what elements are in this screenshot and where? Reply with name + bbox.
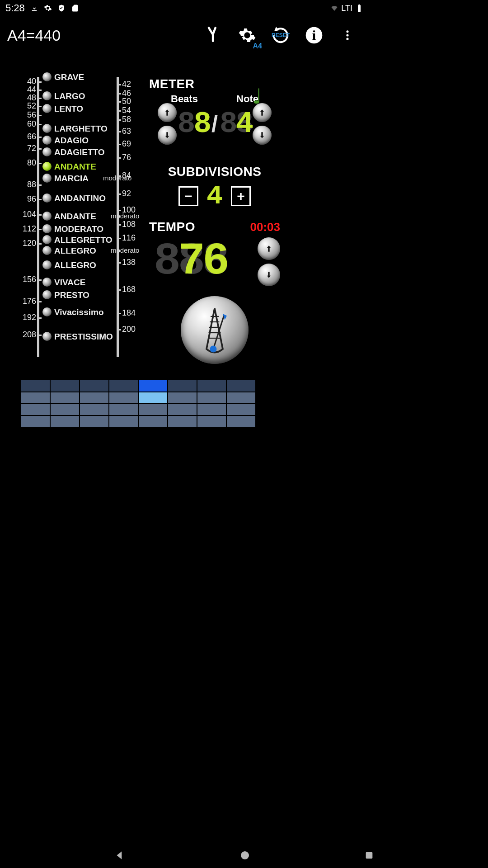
beat-cell[interactable] <box>21 392 50 403</box>
tempo-radio-icon <box>42 104 52 113</box>
tempo-marking[interactable]: LARGHETTO <box>42 124 108 133</box>
scale-right-tick: 138 <box>122 258 145 267</box>
subdivisions-minus-button[interactable]: − <box>178 186 198 206</box>
beat-cell[interactable] <box>168 392 197 403</box>
svg-point-4 <box>346 38 348 40</box>
beat-cell[interactable] <box>21 416 50 427</box>
tempo-radio-icon <box>42 235 52 244</box>
tempo-radio-icon <box>42 278 52 287</box>
beat-cell[interactable] <box>168 416 197 427</box>
beat-cell[interactable] <box>197 416 226 427</box>
beat-cell[interactable] <box>80 380 108 392</box>
tempo-marking-sublabel: moderato <box>103 174 131 182</box>
beats-up-button[interactable] <box>158 103 177 122</box>
subdivisions-plus-button[interactable]: + <box>231 186 251 206</box>
tempo-marking-label: Vivacissimo <box>54 308 104 316</box>
beat-cell[interactable] <box>197 380 226 392</box>
tempo-marking-label: LARGO <box>54 92 85 100</box>
beat-cell[interactable] <box>51 416 79 427</box>
tempo-scale[interactable]: 4044485256606672808896104112120156176192… <box>5 77 145 362</box>
beat-cell[interactable] <box>21 380 50 392</box>
tempo-marking-label: ALLEGRO <box>54 261 96 269</box>
tempo-marking-label: ADAGIETTO <box>54 148 105 156</box>
tempo-up-button[interactable] <box>258 237 280 260</box>
sd-card-icon <box>71 4 79 12</box>
beat-cell[interactable] <box>21 404 50 415</box>
tempo-marking-label: PRESTISSIMO <box>54 332 113 341</box>
beat-cell[interactable] <box>139 416 167 427</box>
shield-icon <box>57 4 66 12</box>
note-down-button[interactable] <box>253 126 272 145</box>
scale-left-tick: 80 <box>14 158 36 168</box>
tempo-marking[interactable]: PRESTO <box>42 290 89 299</box>
beat-cell[interactable] <box>109 380 138 392</box>
svg-point-11 <box>210 346 217 353</box>
reset-button[interactable]: RESET <box>267 21 295 49</box>
beat-cell[interactable] <box>197 404 226 415</box>
metronome-dial[interactable] <box>181 296 249 364</box>
tempo-marking[interactable]: Vivacissimo <box>42 307 104 316</box>
tempo-marking-label: LENTO <box>54 104 83 113</box>
tempo-marking[interactable]: MARCIAmoderato <box>42 174 131 183</box>
scale-right-tick: 50 <box>122 97 145 106</box>
overflow-menu-button[interactable] <box>333 21 361 49</box>
beat-cell[interactable] <box>227 380 255 392</box>
tuning-fork-button[interactable] <box>200 21 228 49</box>
beat-cell[interactable] <box>109 416 138 427</box>
tempo-marking[interactable]: MODERATO <box>42 224 103 233</box>
beat-cell[interactable] <box>168 380 197 392</box>
tempo-down-button[interactable] <box>258 264 280 286</box>
tempo-marking[interactable]: GRAVE <box>42 72 84 81</box>
tempo-marking[interactable]: ADAGIO <box>42 136 89 145</box>
beat-cell[interactable] <box>51 404 79 415</box>
tempo-marking[interactable]: ALLEGRETTO <box>42 235 112 244</box>
beat-cell[interactable] <box>197 392 226 403</box>
beat-cell[interactable] <box>51 392 79 403</box>
info-button[interactable]: i <box>300 21 328 49</box>
tempo-marking[interactable]: ANDANTEmoderato <box>42 212 139 221</box>
tempo-marking[interactable]: ALLEGRO <box>42 260 96 269</box>
beat-cell[interactable] <box>227 392 255 403</box>
beat-cell[interactable] <box>51 380 79 392</box>
tempo-marking[interactable]: PRESTISSIMO <box>42 332 113 341</box>
beat-grid-row <box>21 380 256 392</box>
beat-cell[interactable] <box>139 380 167 392</box>
tempo-radio-icon <box>42 212 52 221</box>
tempo-marking[interactable]: ANDANTINO <box>42 193 106 203</box>
beat-cell[interactable] <box>109 404 138 415</box>
beat-grid-row <box>21 392 256 403</box>
beat-cell[interactable] <box>80 404 108 415</box>
tempo-marking-label: MODERATO <box>54 225 103 233</box>
scale-right-tick: 54 <box>122 106 145 115</box>
a4-settings-button[interactable]: A4 <box>233 21 261 49</box>
beat-cell[interactable] <box>139 404 167 415</box>
tempo-marking[interactable]: LARGO <box>42 91 85 100</box>
beats-down-button[interactable] <box>158 126 177 145</box>
beat-grid[interactable] <box>21 380 256 428</box>
tempo-marking[interactable]: ANDANTE <box>42 162 96 171</box>
beat-grid-row <box>21 416 256 427</box>
tempo-marking[interactable]: LENTO <box>42 104 83 113</box>
subdivisions-title: SUBDIVISIONS <box>149 165 280 179</box>
tempo-marking-sublabel: moderato <box>111 246 139 254</box>
beat-cell[interactable] <box>139 392 167 403</box>
beat-cell[interactable] <box>109 392 138 403</box>
tempo-radio-icon <box>42 246 52 255</box>
scale-left-tick: 52 <box>14 101 36 111</box>
tempo-marking[interactable]: VIVACE <box>42 278 85 287</box>
tempo-marking-label: ADAGIO <box>54 136 89 145</box>
scale-right-tick: 200 <box>122 325 145 334</box>
beat-cell[interactable] <box>80 416 108 427</box>
scale-left-tick: 66 <box>14 132 36 142</box>
beat-cell[interactable] <box>168 404 197 415</box>
tempo-radio-icon <box>42 260 52 269</box>
beat-cell[interactable] <box>227 404 255 415</box>
tempo-marking[interactable]: ALLEGROmoderato <box>42 246 139 255</box>
beat-cell[interactable] <box>227 416 255 427</box>
scale-left-tick: 112 <box>14 224 36 234</box>
tempo-title: TEMPO <box>149 220 195 234</box>
scale-left-tick: 96 <box>14 194 36 204</box>
beat-cell[interactable] <box>80 392 108 403</box>
scale-right-tick: 76 <box>122 153 145 162</box>
tempo-marking[interactable]: ADAGIETTO <box>42 147 105 156</box>
